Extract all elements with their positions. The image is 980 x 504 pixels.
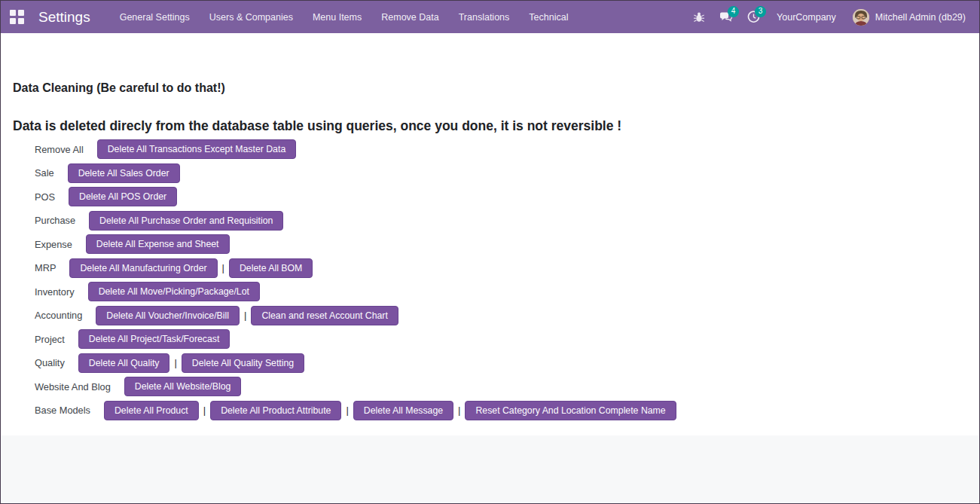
button-separator: | bbox=[203, 405, 206, 416]
activities-menu[interactable]: 3 bbox=[742, 6, 765, 29]
data-clean-row: Project Delete All Project/Task/Forecast bbox=[35, 329, 967, 349]
delete-button[interactable]: Delete All Quality bbox=[78, 353, 170, 373]
delete-button[interactable]: Delete All Project/Task/Forecast bbox=[78, 329, 230, 349]
row-buttons: Delete All Project/Task/Forecast bbox=[78, 329, 230, 349]
menu-item-users-companies[interactable]: Users & Companies bbox=[200, 1, 303, 33]
data-clean-row: Sale Delete All Sales Order bbox=[35, 163, 967, 183]
top-navbar: Settings General Settings Users & Compan… bbox=[1, 1, 979, 33]
delete-button[interactable]: Delete All Purchase Order and Requisitio… bbox=[89, 211, 283, 231]
button-separator: | bbox=[174, 357, 176, 368]
row-label: POS bbox=[35, 191, 55, 203]
menu-item-translations[interactable]: Translations bbox=[449, 1, 520, 33]
delete-button[interactable]: Delete All Product Attribute bbox=[210, 401, 341, 420]
footer-area bbox=[1, 435, 979, 503]
delete-button[interactable]: Delete All Sales Order bbox=[68, 163, 180, 183]
button-separator: | bbox=[222, 262, 224, 273]
data-clean-row: Inventory Delete All Move/Picking/Packag… bbox=[35, 282, 967, 301]
messages-count-badge: 4 bbox=[728, 6, 739, 17]
delete-button[interactable]: Delete All POS Order bbox=[69, 187, 177, 206]
grid-square bbox=[18, 10, 24, 16]
delete-button[interactable]: Delete All Manufacturing Order bbox=[69, 258, 217, 278]
row-label: Purchase bbox=[35, 215, 75, 226]
menu-item-remove-data[interactable]: Remove Data bbox=[371, 1, 448, 33]
warning-text: Data is deleted direcly from the databas… bbox=[13, 118, 967, 134]
data-clean-row: Quality Delete All Quality|Delete All Qu… bbox=[35, 353, 967, 373]
button-separator: | bbox=[458, 405, 460, 416]
row-buttons: Delete All Quality|Delete All Quality Se… bbox=[78, 353, 304, 373]
activities-count-badge: 3 bbox=[755, 6, 766, 17]
delete-button[interactable]: Clean and reset Account Chart bbox=[251, 306, 398, 325]
data-clean-row: Accounting Delete All Voucher/Invoice/Bi… bbox=[35, 306, 967, 325]
row-buttons: Delete All Website/Blog bbox=[124, 377, 242, 396]
settings-window: Settings General Settings Users & Compan… bbox=[0, 0, 980, 504]
delete-button[interactable]: Delete All Product bbox=[104, 401, 199, 420]
app-name[interactable]: Settings bbox=[38, 9, 90, 26]
data-clean-row: Website And Blog Delete All Website/Blog bbox=[35, 377, 967, 396]
button-separator: | bbox=[346, 405, 348, 416]
data-clean-row: Remove All Delete All Transactions Excep… bbox=[35, 139, 967, 159]
data-clean-row: Expense Delete All Expense and Sheet bbox=[35, 234, 967, 254]
delete-button[interactable]: Delete All Voucher/Invoice/Bill bbox=[96, 306, 240, 325]
row-buttons: Delete All Voucher/Invoice/Bill|Clean an… bbox=[96, 306, 398, 325]
delete-button[interactable]: Delete All Quality Setting bbox=[182, 353, 304, 373]
user-name: Mitchell Admin (db29) bbox=[875, 12, 966, 23]
row-buttons: Delete All Product|Delete All Product At… bbox=[104, 401, 676, 420]
row-label: Inventory bbox=[35, 286, 75, 298]
button-separator: | bbox=[244, 310, 246, 321]
row-label: MRP bbox=[35, 262, 56, 273]
row-buttons: Delete All POS Order bbox=[69, 187, 177, 206]
delete-rows: Remove All Delete All Transactions Excep… bbox=[13, 139, 967, 420]
data-clean-row: Base Models Delete All Product|Delete Al… bbox=[35, 401, 967, 420]
row-buttons: Delete All Purchase Order and Requisitio… bbox=[89, 211, 283, 231]
row-buttons: Delete All Expense and Sheet bbox=[86, 234, 230, 254]
bug-icon bbox=[693, 11, 705, 23]
row-label: Project bbox=[35, 334, 65, 345]
data-clean-row: POS Delete All POS Order bbox=[35, 187, 967, 206]
menu-item-technical[interactable]: Technical bbox=[519, 1, 578, 33]
data-clean-row: MRP Delete All Manufacturing Order|Delet… bbox=[35, 258, 967, 278]
row-label: Remove All bbox=[35, 144, 84, 155]
grid-square bbox=[18, 18, 24, 24]
row-label: Expense bbox=[35, 239, 72, 250]
row-label: Quality bbox=[35, 357, 65, 368]
menu-item-menu-items[interactable]: Menu Items bbox=[303, 1, 371, 33]
page-title: Data Cleaning (Be careful to do that!) bbox=[13, 81, 967, 95]
delete-button[interactable]: Delete All Expense and Sheet bbox=[86, 234, 230, 254]
main-menu: General Settings Users & Companies Menu … bbox=[110, 1, 579, 33]
delete-button[interactable]: Delete All Move/Picking/Package/Lot bbox=[88, 282, 260, 301]
apps-grid-icon[interactable] bbox=[10, 10, 28, 25]
debug-bug-icon[interactable] bbox=[688, 6, 710, 29]
avatar bbox=[853, 9, 869, 26]
systray: 4 3 YourCompany bbox=[688, 6, 969, 29]
delete-button[interactable]: Delete All BOM bbox=[229, 258, 313, 278]
row-label: Accounting bbox=[35, 310, 82, 321]
row-buttons: Delete All Sales Order bbox=[68, 163, 180, 183]
delete-button[interactable]: Delete All Website/Blog bbox=[124, 377, 242, 396]
company-switcher[interactable]: YourCompany bbox=[769, 12, 848, 23]
row-buttons: Delete All Transactions Except Master Da… bbox=[97, 139, 296, 159]
main-content: Data Cleaning (Be careful to do that!) D… bbox=[1, 81, 979, 420]
messages-menu[interactable]: 4 bbox=[715, 6, 737, 29]
menu-item-general-settings[interactable]: General Settings bbox=[110, 1, 200, 33]
row-label: Website And Blog bbox=[35, 381, 111, 393]
row-label: Base Models bbox=[35, 405, 90, 416]
delete-button[interactable]: Delete All Transactions Except Master Da… bbox=[97, 139, 296, 159]
row-label: Sale bbox=[35, 167, 54, 179]
user-menu[interactable]: Mitchell Admin (db29) bbox=[853, 9, 969, 26]
delete-button[interactable]: Reset Category And Location Complete Nam… bbox=[465, 401, 676, 420]
grid-square bbox=[10, 18, 16, 24]
row-buttons: Delete All Manufacturing Order|Delete Al… bbox=[69, 258, 313, 278]
delete-button[interactable]: Delete All Message bbox=[353, 401, 453, 420]
grid-square bbox=[10, 10, 16, 16]
row-buttons: Delete All Move/Picking/Package/Lot bbox=[88, 282, 260, 301]
data-clean-row: Purchase Delete All Purchase Order and R… bbox=[35, 211, 967, 231]
